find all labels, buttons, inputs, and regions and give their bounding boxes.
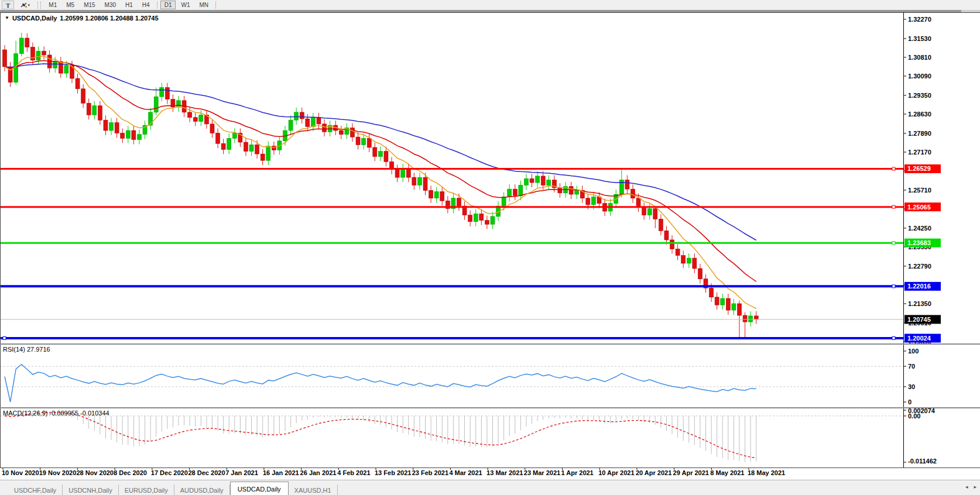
line-handle[interactable]: [892, 336, 895, 339]
line-handle[interactable]: [892, 242, 895, 245]
candle: [508, 189, 512, 197]
candle: [530, 178, 534, 183]
rsi-tick-label: 100: [908, 348, 919, 355]
candle: [591, 197, 595, 205]
macd-tick-label: -0.011462: [908, 458, 937, 465]
candle: [216, 133, 220, 143]
text-tool-button[interactable]: T: [2, 1, 14, 9]
line-handle[interactable]: [892, 167, 895, 170]
candle: [642, 207, 646, 215]
panel-separator: [0, 468, 980, 468]
candle: [350, 128, 354, 138]
timeframe-button-mn[interactable]: MN: [195, 1, 213, 9]
candle: [664, 231, 669, 240]
chart-tab-usdcnh[interactable]: USDCNH,Daily: [63, 484, 119, 495]
candle: [121, 133, 125, 138]
candle: [356, 137, 360, 145]
candle: [412, 177, 416, 185]
line-handle[interactable]: [892, 285, 895, 288]
price-chip-label: 1.20024: [907, 335, 931, 342]
candle: [76, 78, 80, 89]
candle: [294, 112, 299, 120]
chart-tab-usdcad[interactable]: USDCAD,Daily: [230, 482, 289, 495]
ma-medium-line: [5, 61, 756, 282]
candle: [417, 177, 422, 185]
candle: [681, 256, 686, 263]
candle: [659, 219, 663, 231]
candle: [636, 198, 640, 208]
candle: [384, 152, 388, 162]
date-label: 7 Jan 2021: [225, 469, 258, 476]
timeframe-button-m15[interactable]: M15: [80, 1, 99, 9]
candle: [132, 130, 136, 140]
candle: [210, 124, 214, 133]
scroll-left-icon[interactable]: ◂: [965, 484, 968, 490]
candle: [367, 138, 371, 147]
rsi-indicator-label: RSI(14) 27.9716: [3, 346, 50, 353]
timeframe-button-m1[interactable]: M1: [44, 1, 61, 9]
candle: [59, 61, 63, 73]
price-chip-label: 1.23683: [907, 239, 931, 246]
candle: [36, 51, 40, 60]
price-tick-label: 1.30090: [908, 73, 931, 80]
candle: [491, 216, 495, 224]
line-handle[interactable]: [892, 205, 895, 208]
toolbar: T ▾ M1M5M15M30H1H4D1W1MN: [0, 0, 980, 10]
timeframe-button-w1[interactable]: W1: [177, 1, 194, 9]
candle: [25, 38, 29, 47]
candle: [81, 89, 85, 103]
scroll-right-icon[interactable]: ▸: [974, 484, 976, 490]
candle: [737, 304, 741, 315]
price-tick-label: 1.27890: [908, 130, 931, 137]
date-label: 10 Apr 2021: [598, 469, 634, 476]
candle: [468, 215, 472, 222]
candle: [754, 316, 758, 319]
candle: [687, 258, 691, 263]
candle: [631, 189, 635, 198]
candle: [14, 54, 18, 82]
candle: [53, 61, 57, 68]
toolbar-separator: [215, 1, 216, 9]
candle: [586, 198, 590, 205]
candle: [698, 269, 702, 279]
candle: [653, 209, 657, 219]
candle: [261, 154, 265, 160]
line-handle[interactable]: [3, 336, 6, 339]
price-tick-label: 1.21350: [908, 300, 931, 307]
date-label: 28 Nov 2020: [76, 469, 114, 476]
symbol-dropdown-icon[interactable]: ▼: [5, 16, 9, 20]
moving-averages-layer: [5, 56, 756, 309]
chart-tab-xauusd[interactable]: XAUUSD,H1: [289, 484, 338, 495]
chart-tab-bar: USDCHF,DailyUSDCNH,DailyEURUSD,DailyAUDU…: [0, 480, 980, 495]
candle: [502, 197, 506, 207]
panel-separator[interactable]: [0, 343, 980, 345]
candle: [317, 118, 321, 124]
chart-tab-usdchf[interactable]: USDCHF,Daily: [8, 484, 63, 495]
timeframe-button-m5[interactable]: M5: [62, 1, 78, 9]
candle: [165, 88, 169, 99]
candle: [732, 304, 736, 310]
candle: [474, 214, 478, 221]
candle: [104, 120, 108, 130]
rsi-tick-label: 0: [908, 398, 912, 405]
chart-tab-eurusd[interactable]: EURUSD,Daily: [119, 484, 174, 495]
timeframe-button-h4[interactable]: H4: [138, 1, 154, 9]
candle: [199, 115, 203, 121]
candle: [558, 188, 562, 193]
panel-separator[interactable]: [0, 407, 980, 408]
candle: [115, 123, 119, 133]
candle: [188, 112, 192, 118]
timeframe-button-m30[interactable]: M30: [101, 1, 120, 9]
candle: [154, 97, 158, 112]
cursor-mode-button[interactable]: ▾: [15, 0, 34, 10]
candle: [721, 298, 725, 305]
chart-tab-audusd[interactable]: AUDUSD,Daily: [174, 484, 230, 495]
chart-scrollbar-thumb[interactable]: [0, 10, 961, 12]
chart-canvas: 1.322701.315301.308101.300901.293501.286…: [0, 0, 980, 495]
timeframe-button-h1[interactable]: H1: [121, 1, 137, 9]
timeframe-button-d1[interactable]: D1: [160, 1, 176, 9]
candle: [221, 143, 225, 149]
candle: [87, 103, 91, 115]
date-label: 26 Jan 2021: [300, 469, 337, 476]
price-chip-label: 1.26529: [907, 165, 931, 172]
